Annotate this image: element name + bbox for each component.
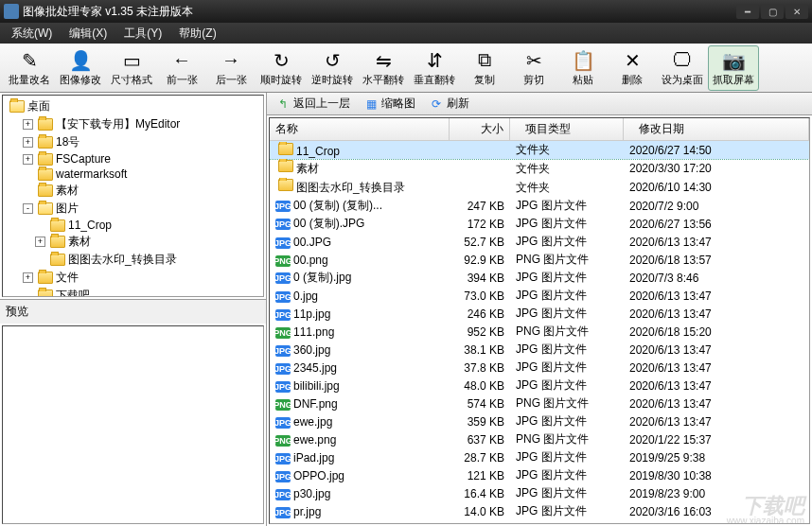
cell-date: 2020/6/13 13:47 — [624, 414, 809, 430]
minimize-button[interactable]: ━ — [736, 4, 759, 19]
tool-label: 前一张 — [167, 73, 198, 87]
tool-label: 顺时旋转 — [260, 73, 302, 87]
table-row[interactable]: JPGqq.jpg15.3 KBJPG 图片文件2020/3/11 17:06 — [270, 520, 809, 524]
col-name[interactable]: 名称 — [270, 118, 450, 140]
jpg-icon: JPG — [275, 507, 291, 518]
table-row[interactable]: JPG360.jpg38.1 KBJPG 图片文件2020/6/13 13:47 — [270, 341, 809, 359]
table-row[interactable]: JPG00 (复制) (复制)...247 KBJPG 图片文件2020/7/2… — [270, 197, 809, 215]
tree-node-10[interactable]: 下载吧 — [3, 287, 263, 297]
jpg-icon: JPG — [275, 381, 291, 393]
tool-剪切[interactable]: ✂剪切 — [509, 45, 558, 91]
table-row[interactable]: 11_Crop文件夹2020/6/27 14:50 — [270, 141, 809, 159]
expander-icon[interactable]: + — [35, 237, 45, 247]
tool-抓取屏幕[interactable]: 📷抓取屏幕 — [708, 45, 759, 91]
cell-size: 172 KB — [450, 217, 510, 232]
cell-size: 48.0 KB — [450, 378, 510, 394]
tool-设为桌面[interactable]: 🖵设为桌面 — [657, 45, 708, 91]
table-row[interactable]: PNGewe.png637 KBPNG 图片文件2020/1/22 15:37 — [270, 430, 809, 448]
folder-icon — [38, 202, 53, 215]
table-row[interactable]: PNG00.png92.9 KBPNG 图片文件2020/6/18 13:57 — [270, 251, 809, 269]
cell-date: 2020/6/18 13:57 — [624, 253, 809, 268]
tool-批量改名[interactable]: ✎批量改名 — [4, 45, 55, 91]
expander-icon[interactable]: + — [23, 137, 33, 148]
tool-label: 复制 — [474, 73, 495, 87]
tool-删除[interactable]: ✕删除 — [608, 45, 657, 91]
tb2-icon: ↰ — [275, 96, 291, 112]
tb2-icon: ⟳ — [429, 96, 444, 112]
maximize-button[interactable]: ▢ — [761, 4, 784, 19]
tree-node-8[interactable]: 图图去水印_转换目录 — [3, 251, 263, 269]
col-date[interactable]: 修改日期 — [624, 118, 809, 140]
table-row[interactable]: JPGiPad.jpg28.7 KBJPG 图片文件2019/9/25 9:38 — [270, 448, 809, 466]
table-row[interactable]: JPGp30.jpg16.4 KBJPG 图片文件2019/8/23 9:00 — [270, 484, 809, 502]
table-row[interactable]: 图图去水印_转换目录文件夹2020/6/10 14:30 — [270, 178, 809, 197]
tool-复制[interactable]: ⧉复制 — [460, 45, 509, 91]
menu-0[interactable]: 系统(W) — [4, 24, 60, 44]
tool-逆时旋转[interactable]: ↺逆时旋转 — [307, 45, 358, 91]
table-row[interactable]: JPG11p.jpg246 KBJPG 图片文件2020/6/13 13:47 — [270, 305, 809, 323]
tree-node-5[interactable]: -图片 — [3, 200, 263, 218]
tree-node-3[interactable]: watermarksoft — [3, 167, 263, 182]
tool-顺时旋转[interactable]: ↻顺时旋转 — [256, 45, 307, 91]
table-row[interactable]: JPGOPPO.jpg121 KBJPG 图片文件2019/8/30 10:38 — [270, 466, 809, 484]
tb2-0[interactable]: ↰返回上一层 — [269, 93, 357, 114]
tool-粘贴[interactable]: 📋粘贴 — [558, 45, 608, 91]
col-type[interactable]: 项目类型 — [510, 118, 624, 140]
tree-node-6[interactable]: 11_Crop — [3, 218, 263, 233]
table-row[interactable]: JPG0.jpg73.0 KBJPG 图片文件2020/6/13 13:47 — [270, 287, 809, 305]
tree-node-2[interactable]: +FSCapture — [3, 151, 263, 167]
tool-垂直翻转[interactable]: ⇵垂直翻转 — [409, 45, 460, 91]
tree-label: 11_Crop — [68, 219, 112, 232]
preview-label: 预览 — [0, 299, 266, 324]
expander-icon[interactable]: + — [23, 154, 33, 165]
cell-type: JPG 图片文件 — [510, 448, 624, 466]
tree-node-4[interactable]: 素材 — [3, 182, 263, 200]
menu-2[interactable]: 工具(Y) — [116, 24, 169, 44]
tree-node-7[interactable]: +素材 — [3, 233, 263, 251]
tb2-2[interactable]: ⟳刷新 — [422, 93, 476, 114]
table-row[interactable]: JPGewe.jpg359 KBJPG 图片文件2020/6/13 13:47 — [270, 412, 809, 430]
table-row[interactable]: JPG00 (复制).JPG172 KBJPG 图片文件2020/6/27 13… — [270, 215, 809, 233]
tb2-label: 刷新 — [447, 96, 469, 112]
tree-node-0[interactable]: +【安下载专用】MyEditor — [3, 115, 263, 133]
tool-前一张[interactable]: ←前一张 — [157, 45, 206, 91]
tree-node-1[interactable]: +18号 — [3, 133, 263, 151]
tool-图像修改[interactable]: 👤图像修改 — [55, 45, 106, 91]
cell-type: JPG 图片文件 — [510, 412, 624, 430]
close-button[interactable]: ✕ — [786, 4, 808, 19]
cell-date: 2020/6/27 13:56 — [624, 217, 809, 232]
cell-date: 2020/6/13 13:47 — [624, 396, 809, 412]
table-row[interactable]: JPG00.JPG52.7 KBJPG 图片文件2020/6/13 13:47 — [270, 233, 809, 251]
jpg-icon: JPG — [275, 237, 291, 249]
file-list[interactable]: 名称 大小 项目类型 修改日期 11_Crop文件夹2020/6/27 14:5… — [269, 117, 810, 524]
table-row[interactable]: 素材文件夹2020/3/30 17:20 — [270, 159, 809, 178]
window-title: 图像批处理专家 v1.35 未注册版本 — [23, 4, 736, 20]
tree-root[interactable]: 桌面 — [3, 97, 263, 115]
tool-水平翻转[interactable]: ⇋水平翻转 — [358, 45, 409, 91]
table-row[interactable]: PNG111.png952 KBPNG 图片文件2020/6/18 15:20 — [270, 323, 809, 341]
cell-size: 16.4 KB — [450, 486, 510, 501]
tree-node-9[interactable]: +文件 — [3, 269, 263, 287]
menu-3[interactable]: 帮助(Z) — [171, 24, 223, 44]
col-size[interactable]: 大小 — [450, 118, 510, 140]
cell-date: 2020/6/18 15:20 — [624, 324, 809, 340]
expander-icon[interactable]: - — [23, 203, 33, 214]
folder-tree[interactable]: 桌面+【安下载专用】MyEditor+18号+FSCapturewatermar… — [2, 95, 264, 297]
expander-icon[interactable]: + — [23, 119, 33, 130]
expander-icon[interactable]: + — [23, 272, 33, 283]
table-row[interactable]: PNGDNF.png574 KBPNG 图片文件2020/6/13 13:47 — [270, 394, 809, 412]
table-row[interactable]: JPGpr.jpg14.0 KBJPG 图片文件2020/3/16 16:03 — [270, 502, 809, 520]
tool-icon: ↺ — [321, 49, 344, 72]
menubar: 系统(W)编辑(X)工具(Y)帮助(Z) — [0, 23, 812, 44]
tb2-1[interactable]: ▦缩略图 — [357, 93, 422, 114]
tool-尺寸格式[interactable]: ▭尺寸格式 — [106, 45, 157, 91]
tool-后一张[interactable]: →后一张 — [206, 45, 256, 91]
jpg-icon: JPG — [275, 453, 291, 465]
menu-1[interactable]: 编辑(X) — [62, 24, 115, 44]
cell-type: JPG 图片文件 — [510, 341, 624, 359]
table-row[interactable]: JPGbilibili.jpg48.0 KBJPG 图片文件2020/6/13 … — [270, 377, 809, 394]
cell-type: JPG 图片文件 — [510, 197, 624, 215]
table-row[interactable]: JPG0 (复制).jpg394 KBJPG 图片文件2020/7/3 8:46 — [270, 269, 809, 287]
table-row[interactable]: JPG2345.jpg37.8 KBJPG 图片文件2020/6/13 13:4… — [270, 359, 809, 377]
tool-label: 尺寸格式 — [111, 73, 152, 87]
